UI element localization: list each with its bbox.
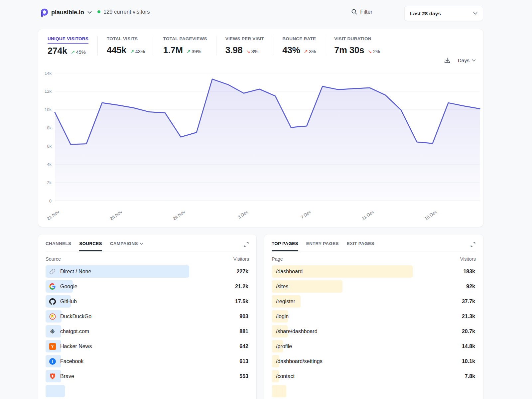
page-path: /share/dashboard (276, 329, 318, 334)
source-row[interactable]: f Facebook 613 (46, 355, 249, 367)
pages-tabs: TOP PAGES ENTRY PAGES EXIT PAGES (272, 241, 476, 251)
source-visitors: 903 (239, 314, 248, 320)
page-row[interactable]: /profile 14.8k (272, 340, 476, 352)
page-visitors: 20.7k (462, 329, 475, 334)
page-row[interactable]: /login 21.3k (272, 310, 476, 323)
source-name: Direct / None (60, 269, 91, 275)
source-visitors: 642 (239, 343, 248, 349)
brave-icon (49, 373, 56, 380)
page-visitors: 21.3k (462, 314, 475, 320)
source-name: GitHub (60, 299, 77, 305)
source-row[interactable]: GitHub 17.5k (46, 295, 249, 308)
page-visitors: 10.1k (462, 358, 475, 364)
link-icon (49, 268, 56, 275)
page-path: /dashboard (276, 269, 303, 275)
expand-icon[interactable] (243, 242, 249, 249)
x-axis-label: 7 Dec (300, 209, 312, 220)
tab-channels[interactable]: CHANNELS (46, 241, 71, 251)
page-path: /register (276, 299, 295, 305)
page-visitors: 14.8k (462, 343, 475, 349)
duckduckgo-icon (49, 313, 56, 320)
y-axis-label: 4k (47, 162, 52, 167)
column-page: Page (272, 256, 283, 262)
tab-sources[interactable]: SOURCES (79, 241, 102, 251)
source-visitors: 21.2k (235, 284, 248, 290)
google-icon (49, 283, 56, 290)
source-row[interactable]: Google 21.2k (46, 280, 249, 293)
chevron-down-icon (140, 242, 143, 245)
pages-column-headers: Page Visitors (272, 256, 476, 262)
tab-campaigns[interactable]: CAMPAIGNS (110, 241, 143, 251)
sources-column-headers: Source Visitors (46, 256, 249, 262)
top-bar: plausible.io 129 current visitors Filter… (38, 6, 484, 22)
site-name: plausible.io (51, 9, 84, 16)
live-dot-icon (97, 10, 100, 13)
expand-icon[interactable] (470, 242, 476, 249)
openai-icon: ❋ (49, 328, 56, 335)
source-row[interactable]: Brave 553 (46, 370, 249, 382)
column-visitors: Visitors (460, 256, 476, 262)
source-visitors: 227k (236, 269, 248, 275)
pages-panel: TOP PAGES ENTRY PAGES EXIT PAGES Page Vi… (264, 234, 483, 399)
partial-row-bar (272, 385, 286, 397)
source-row[interactable]: Direct / None 227k (46, 265, 249, 278)
source-name: Brave (60, 373, 74, 379)
source-visitors: 17.5k (235, 299, 248, 305)
column-visitors: Visitors (233, 256, 249, 262)
y-axis-label: 8k (47, 125, 52, 130)
filter-button[interactable]: Filter (351, 9, 372, 15)
page-row[interactable]: /sites 92k (272, 280, 476, 293)
sources-tabs: CHANNELS SOURCES CAMPAIGNS (46, 241, 249, 251)
date-range-picker[interactable]: Last 28 days (404, 6, 483, 21)
source-visitors: 553 (239, 373, 248, 379)
source-name: Google (60, 284, 77, 290)
source-row[interactable]: Y Hacker News 642 (46, 340, 249, 352)
x-axis-label: 15 Dec (424, 209, 438, 221)
x-axis-label: 29 Nov (172, 209, 186, 221)
sources-list: Direct / None 227k Google 21.2k (46, 265, 249, 397)
source-row[interactable]: DuckDuckGo 903 (46, 310, 249, 323)
y-axis-label: 6k (47, 144, 52, 149)
x-axis-label: 3 Dec (237, 209, 249, 220)
page-row[interactable]: /dashboard/settings 10.1k (272, 355, 476, 367)
current-visitors[interactable]: 129 current visitors (97, 9, 150, 15)
page-row[interactable]: /dashboard 183k (272, 265, 476, 278)
source-name: chatgpt.com (60, 329, 89, 334)
page-visitors: 92k (466, 284, 475, 290)
y-axis-label: 14k (45, 71, 52, 76)
tab-exit-pages[interactable]: EXIT PAGES (347, 241, 374, 251)
plausible-logo (39, 8, 48, 17)
page-row[interactable]: /register 37.7k (272, 295, 476, 308)
visitors-area-chart[interactable]: 02k4k6k8k10k12k14k21 Nov25 Nov29 Nov3 De… (38, 29, 483, 227)
source-name: DuckDuckGo (60, 314, 91, 320)
facebook-icon: f (49, 358, 56, 365)
page-path: /profile (276, 343, 292, 349)
page-row[interactable]: /contact 7.8k (272, 370, 476, 382)
site-switcher[interactable]: plausible.io (39, 8, 92, 17)
tab-entry-pages[interactable]: ENTRY PAGES (306, 241, 339, 251)
tab-top-pages[interactable]: TOP PAGES (272, 241, 298, 251)
chevron-down-icon (87, 11, 92, 14)
page-row[interactable]: /share/dashboard 20.7k (272, 325, 476, 337)
pages-list: /dashboard 183k /sites 92k /register 37.… (272, 265, 476, 397)
source-name: Hacker News (60, 343, 92, 349)
filter-label: Filter (360, 9, 372, 15)
column-source: Source (46, 256, 61, 262)
y-axis-label: 2k (47, 180, 52, 185)
search-icon (351, 9, 357, 15)
source-row[interactable]: ❋ chatgpt.com 881 (46, 325, 249, 337)
page-path: /dashboard/settings (276, 358, 323, 364)
y-axis-label: 12k (45, 89, 52, 94)
page-visitors: 183k (463, 269, 475, 275)
sources-panel: CHANNELS SOURCES CAMPAIGNS Source Visito… (38, 234, 256, 399)
page-path: /login (276, 314, 289, 320)
page-path: /sites (276, 284, 288, 290)
current-visitors-label: 129 current visitors (103, 9, 150, 15)
y-axis-label: 10k (45, 107, 52, 112)
x-axis-label: 21 Nov (46, 209, 60, 221)
x-axis-label: 11 Dec (361, 209, 375, 221)
hackernews-icon: Y (49, 343, 56, 350)
chevron-down-icon (473, 12, 477, 15)
source-visitors: 613 (239, 358, 248, 364)
source-visitors: 881 (239, 329, 248, 334)
